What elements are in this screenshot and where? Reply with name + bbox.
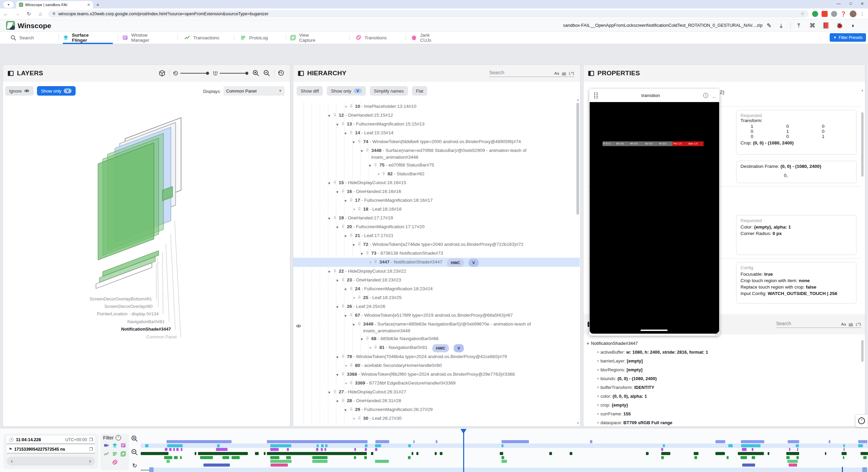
forward-icon[interactable]: → [12,11,23,17]
expand-arrow-icon[interactable]: ▼ [336,277,340,284]
surface-flinger-event-segment[interactable] [375,444,381,447]
expand-arrow-icon[interactable]: ▼ [360,251,365,257]
view-capture-event-segment[interactable] [375,460,389,463]
protolog-event-segment[interactable] [222,456,229,459]
window-manager-event-segment[interactable] [287,448,289,451]
pin-icon[interactable] [357,416,362,421]
match-word-icon[interactable]: ab [562,71,566,75]
screen-recording-event-segment[interactable] [375,440,389,443]
match-case-icon[interactable]: Aa [841,322,846,326]
pin-icon[interactable] [373,345,378,350]
expand-arrow-icon[interactable]: ▼ [360,336,365,343]
transactions-event-segment[interactable] [267,452,367,455]
window-manager-event-segment[interactable] [270,448,279,451]
tree-node-27[interactable]: ▼27 - HideDisplayCutout:26:31#27 [293,388,580,396]
surface-flinger-event-segment[interactable] [325,444,328,447]
pin-icon[interactable] [340,372,346,377]
pin-icon[interactable] [340,398,346,403]
trace-filter-layers-icon[interactable] [112,442,118,448]
pin-icon[interactable] [357,139,362,144]
surface-flinger-event-segment[interactable] [728,444,733,447]
pin-icon[interactable] [349,363,354,368]
tree-node-16[interactable]: ▼16 - OneHanded:16:16#16 [293,187,580,196]
curr-property-row[interactable]: bufferTransform:IDENTITY [586,383,860,392]
tree-node-29[interactable]: ▼29 - FullscreenMagnification:26:27#29 [293,405,580,414]
download-icon[interactable]: ⤓ [777,22,785,30]
screen-recording-event-segment[interactable] [166,440,232,443]
new-tab-button[interactable]: + [96,2,99,7]
protolog-event-segment[interactable] [232,456,240,459]
expand-arrow-icon[interactable]: ▼ [328,269,332,275]
tree-node-14[interactable]: ▼14 - Leaf:15:15#14 [293,129,580,137]
pin-icon[interactable] [365,336,370,341]
protolog-event-segment[interactable] [741,456,747,459]
view-capture-event-segment[interactable] [166,460,170,463]
scroll-up-arrow[interactable]: ▲ [861,88,864,92]
trace-filter-listlines-icon[interactable] [112,451,118,457]
transactions-event-segment[interactable] [842,452,847,455]
hierarchy-scrollbar[interactable] [576,103,579,215]
filter-presets-button[interactable]: ▼ Filter Presets [830,33,866,42]
transactions-event-segment[interactable] [825,452,826,455]
surface-flinger-event-segment[interactable] [663,444,665,447]
tree-node-80[interactable]: 80 - ace6abb SecondaryHomeHandle0#80 [293,361,580,370]
tree-node-13[interactable]: ▼13 - FullscreenMagnification:15:15#13 [293,120,580,129]
protolog-event-segment[interactable] [796,456,799,459]
overlay-title-bar[interactable]: transition i _ [589,89,719,102]
protolog-event-segment[interactable] [200,456,213,459]
trace-filter-window-icon[interactable] [120,442,126,448]
transactions-event-segment[interactable] [198,452,248,455]
playhead-marker[interactable] [460,429,467,437]
pin-icon[interactable] [349,198,354,203]
window-manager-event-segment[interactable] [752,448,753,451]
expand-arrow-icon[interactable]: ▼ [344,130,349,137]
curr-property-row[interactable]: dataspace:BT709 sRGB Full range [586,418,860,426]
resize-handle-icon[interactable] [714,331,719,335]
documentation-icon[interactable]: 📕 [822,22,830,30]
window-minimize-icon[interactable]: — [833,1,844,6]
shortcuts-icon[interactable]: ⌘ [808,22,816,30]
expand-arrow-icon[interactable]: ▼ [336,121,340,128]
expand-arrow-icon[interactable]: ▼ [336,224,340,231]
trace-tab-jank-cujs[interactable]: Jank CUJs [411,32,431,44]
curr-tree-root[interactable]: ▼NotificationShade#3447 [586,339,860,348]
screen-recording-event-segment[interactable] [829,440,830,443]
tree-node-73[interactable]: ▼73 - 8736138 NotificationShade#73 [293,249,580,258]
protolog-event-segment[interactable] [408,456,411,459]
surface-flinger-event-segment[interactable] [408,444,411,447]
bookmark-star-icon[interactable]: ☆ [801,11,805,16]
match-case-icon[interactable]: Aa [554,71,559,75]
tree-node-3369[interactable]: 3369 - 67726bf EdgeBackGestureHandler0#3… [293,379,580,388]
screen-recording-event-segment[interactable] [267,440,368,443]
pin-icon[interactable] [332,113,337,118]
screen-recording-event-segment[interactable] [858,440,867,443]
spacing-slider[interactable] [213,70,249,77]
tree-node-3448[interactable]: ▼3448 - Surface(name=ed70f88 StatusBar)/… [293,146,580,161]
minimize-icon[interactable]: _ [712,92,715,98]
tree-node-24[interactable]: ▼24 - FullscreenMagnification:18:23#24 [293,284,580,293]
range-left-handle[interactable] [149,467,154,472]
tree-node-26[interactable]: ▼26 - Leaf:24:25#26 [293,302,580,311]
trace-tab-surface-flinger[interactable]: Surface Flinger [63,32,89,44]
window-manager-event-segment[interactable] [321,448,323,451]
window-manager-event-segment[interactable] [316,448,318,451]
pin-icon[interactable] [340,304,346,309]
surface-flinger-event-segment[interactable] [741,444,761,447]
protolog-event-segment[interactable] [661,456,664,459]
window-manager-event-segment[interactable] [181,448,182,451]
show-only-chip[interactable]: Show only V [37,86,76,96]
transitions-event-segment[interactable] [271,464,288,467]
extension-icon[interactable] [812,11,818,17]
transitions-event-segment[interactable] [742,464,755,467]
trace-tab-transactions[interactable]: Transactions [184,32,219,44]
transactions-event-segment[interactable] [264,452,265,455]
expand-arrow-icon[interactable]: ▼ [328,113,332,119]
drag-handle-icon[interactable] [593,92,598,99]
protolog-event-segment[interactable] [727,456,729,459]
pin-icon[interactable] [349,130,354,135]
menu-kebab-icon[interactable]: ⋮ [860,11,865,17]
pin-icon[interactable] [349,407,354,412]
extensions-puzzle-icon[interactable]: ❓ [841,11,846,17]
pin-icon[interactable] [340,121,346,126]
tree-node-18[interactable]: 18 - Leaf:16:16#18 [293,205,580,214]
